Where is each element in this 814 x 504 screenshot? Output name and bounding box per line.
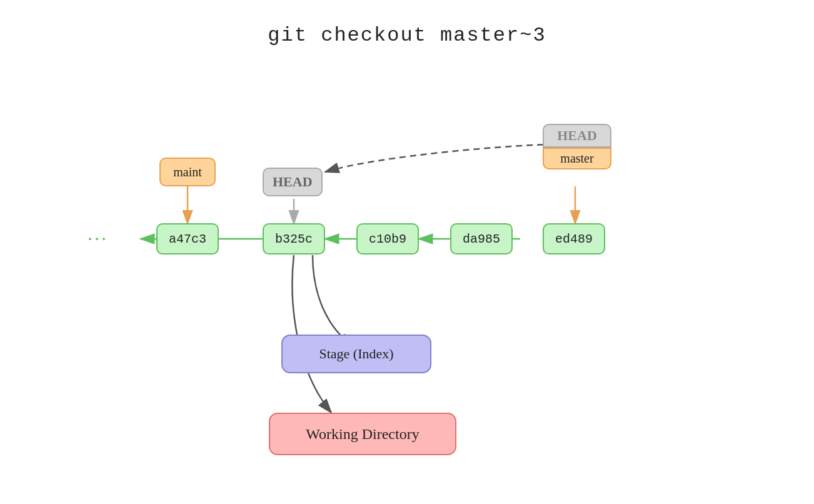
commit-da985: da985 — [450, 223, 513, 255]
commit-c10b9: c10b9 — [356, 223, 419, 255]
commit-a47c3: a47c3 — [156, 223, 219, 255]
working-directory-box: Working Directory — [269, 413, 456, 455]
ellipsis-dots: ··· — [88, 228, 108, 251]
stage-index-box: Stage (Index) — [281, 335, 431, 373]
head-master-stack: HEAD master — [543, 124, 611, 169]
commit-b325c: b325c — [263, 223, 325, 255]
diagram-area: ··· a47c3 b325c c10b9 da985 ed489 maint … — [0, 63, 814, 504]
master-label: master — [543, 148, 611, 169]
commit-ed489: ed489 — [543, 223, 605, 255]
branch-maint: maint — [159, 158, 216, 186]
head-label-top: HEAD — [543, 124, 611, 148]
page-title: git checkout master~3 — [0, 0, 814, 47]
head-current: HEAD — [263, 168, 323, 196]
